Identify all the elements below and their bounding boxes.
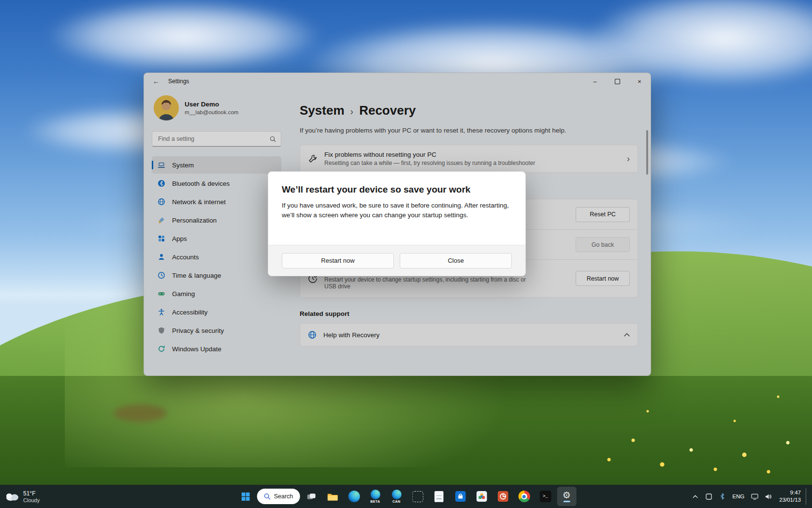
chrome-icon: [518, 491, 530, 502]
edge-canary-icon: [392, 490, 401, 499]
clock-date: 23/01/13: [779, 496, 801, 504]
dialog-footer: Restart now Close: [268, 245, 525, 276]
system-tray: ENG 9:47 23/01/13: [690, 488, 808, 505]
task-view-icon: [306, 492, 317, 502]
chrome-button[interactable]: [514, 487, 534, 506]
edge-beta-badge: BETA: [370, 500, 380, 503]
dialog-body: If you have unsaved work, be sure to sav…: [268, 195, 525, 220]
tray-display-button[interactable]: [749, 491, 760, 502]
windows-logo-icon: [241, 493, 249, 501]
edge-beta-icon: [370, 490, 380, 499]
powerpoint-icon: [497, 491, 508, 502]
edge-icon: [348, 491, 360, 502]
notepad-icon: [435, 491, 444, 502]
edge-canary-badge: CAN: [392, 500, 400, 503]
search-icon: [264, 493, 271, 500]
edge-button[interactable]: [344, 487, 363, 506]
tray-volume-button[interactable]: [763, 491, 773, 502]
taskbar-search[interactable]: Search: [257, 489, 300, 504]
folder-icon: [327, 492, 338, 501]
cloud: [49, 0, 319, 73]
notepad-button[interactable]: [429, 487, 449, 506]
powerpoint-button[interactable]: [493, 487, 512, 506]
search-label: Search: [274, 493, 293, 500]
weather-condition: Cloudy: [23, 497, 40, 503]
taskbar-clock[interactable]: 9:47 23/01/13: [779, 489, 801, 504]
settings-app-button[interactable]: ⚙: [557, 487, 576, 506]
language-indicator[interactable]: ENG: [730, 493, 746, 499]
chevron-up-icon: [693, 495, 698, 498]
gear-icon: ⚙: [563, 491, 571, 500]
restart-now-button[interactable]: Restart now: [282, 253, 394, 269]
restart-dialog: We’ll restart your device so save your w…: [268, 171, 526, 276]
volume-icon: [765, 493, 772, 500]
start-button[interactable]: [236, 487, 255, 506]
edge-canary-button[interactable]: CAN: [387, 487, 406, 506]
store-button[interactable]: [450, 487, 470, 506]
close-dialog-button[interactable]: Close: [400, 253, 512, 269]
display-icon: [751, 493, 758, 500]
bluetooth-icon: [720, 493, 725, 500]
terminal-button[interactable]: >_: [536, 487, 555, 506]
photos-button[interactable]: [472, 487, 491, 506]
dev-app-button[interactable]: [408, 487, 427, 506]
store-icon: [455, 491, 465, 502]
tray-app-button[interactable]: [703, 491, 714, 502]
file-explorer-button[interactable]: [323, 487, 342, 506]
terminal-icon: >_: [539, 491, 551, 502]
show-desktop-button[interactable]: [806, 488, 808, 505]
dialog-title: We’ll restart your device so save your w…: [268, 172, 525, 195]
task-view-button[interactable]: [302, 487, 321, 506]
edge-beta-button[interactable]: BETA: [365, 487, 385, 506]
dirt-patch: [114, 404, 167, 422]
weather-temperature: 51°F: [23, 490, 40, 497]
tray-bluetooth-button[interactable]: [717, 491, 727, 502]
taskbar: 51°F Cloudy Search: [0, 485, 812, 508]
taskbar-center-icons: Search BETA CAN: [236, 487, 577, 506]
cloud-icon: [5, 492, 19, 501]
clock-time: 9:47: [779, 489, 801, 496]
weather-widget[interactable]: 51°F Cloudy: [5, 490, 40, 503]
tray-overflow-button[interactable]: [690, 491, 700, 502]
photos-icon: [476, 491, 487, 502]
tray-app-icon: [706, 493, 712, 500]
dashed-square-icon: [412, 491, 423, 502]
